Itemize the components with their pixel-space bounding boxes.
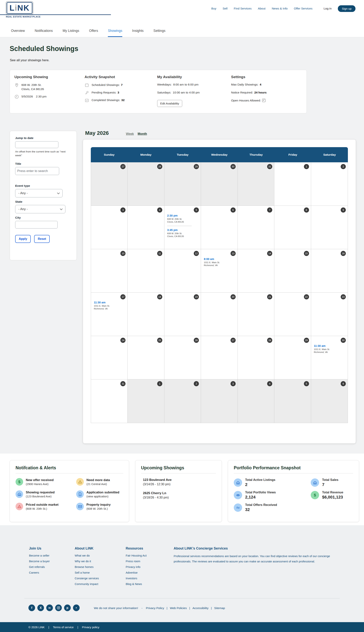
footer-link[interactable]: Investors [126,577,146,580]
calendar-cell[interactable]: 22 [274,292,311,336]
calendar-event[interactable]: 2:30 pm608 W. 20th St.Clovis, CA 89135 [164,214,201,223]
footer-link[interactable]: Blog & News [126,582,146,586]
calendar-cell[interactable]: 52:30 pm608 W. 20th St.Clovis, CA 891353… [164,206,201,249]
footer-link[interactable]: Fair Housing Act [126,554,146,557]
calendar-cell[interactable]: 10 [91,249,128,292]
calendar-cell[interactable]: 2 [164,380,201,423]
calendar-cell[interactable]: 8 [274,206,311,249]
calendar-cell[interactable]: 24 [91,336,128,380]
calendar-cell[interactable]: 9 [311,206,348,249]
footer-policy-link[interactable]: Privacy Policy [146,606,164,610]
alert-item[interactable]: Need more data(21 Central Ave) [76,478,123,486]
calendar-event[interactable]: 3:45 pm608 W. 20th St.Clovis, CA 89135 [164,228,201,238]
nav-link[interactable]: Offer Services [294,7,312,10]
footer-link[interactable]: Press room [126,560,146,563]
alert-item[interactable]: Showing requested(123 Boulevard Ave) [16,490,76,498]
calendar-cell[interactable]: 1 [128,380,164,423]
event-type-select[interactable]: - Any - [15,189,62,198]
nav-link[interactable]: About [258,7,266,10]
calendar-cell[interactable]: 27 [91,162,128,206]
x-icon[interactable]: X [37,604,44,611]
tab-settings[interactable]: Settings [153,29,165,37]
footer-link[interactable]: Consierge services [75,577,99,580]
calendar-cell[interactable]: 23 [311,292,348,336]
calendar-cell[interactable]: 4 [238,380,274,423]
tab-notifications[interactable]: Notifications [35,29,53,37]
signup-button[interactable]: Sign up [338,5,356,12]
alert-item[interactable]: Application submitted(view application) [76,490,123,498]
alert-item[interactable]: $New offer received(2900 Hanes Ave) [16,478,76,486]
nav-link[interactable]: News & Info [272,7,288,10]
calendar-cell[interactable]: 6 [201,206,238,249]
calendar-cell[interactable]: 6 [311,380,348,423]
calendar-event[interactable]: 11:30 am1011 E. Main St.Richmond, VA [91,301,128,310]
tab-my-listings[interactable]: My Listings [62,29,79,37]
youtube-icon[interactable] [73,604,80,611]
calendar-cell[interactable]: 27 [201,336,238,380]
calendar-cell[interactable]: 14 [238,249,274,292]
calendar-cell[interactable]: 19 [164,292,201,336]
upcoming-showing-item[interactable]: 123 Boulevard Ave(3/14/26 - 12:30 pm) [143,478,216,486]
footer-link[interactable]: Browse homes [75,565,99,568]
privacy-policy-link[interactable]: Privacy policy [82,626,99,629]
footer-link[interactable]: Become a buyer [29,560,50,563]
calendar-cell[interactable]: 3 [201,380,238,423]
calendar-cell[interactable]: 1 [274,162,311,206]
calendar-cell[interactable]: 3011:30 am1011 E. Main St.Richmond, VA [311,336,348,380]
instagram-icon[interactable] [55,604,62,611]
calendar-cell[interactable]: 15 [274,249,311,292]
state-select[interactable]: - Any - [15,205,66,213]
tab-overview[interactable]: Overview [11,29,25,37]
pinterest-icon[interactable]: p [64,604,71,611]
reset-button[interactable]: Reset [34,235,50,243]
calendar-cell[interactable]: 21 [238,292,274,336]
calendar-cell[interactable]: 31 [91,380,128,423]
footer-link[interactable]: Privacy info [126,565,146,568]
calendar-cell[interactable]: 29 [274,336,311,380]
footer-link[interactable]: Community impact [75,582,99,586]
calendar-cell[interactable]: 138:00 am1011 E. Main St.Richmond, VA [201,249,238,292]
edit-availability-button[interactable]: Edit Availability [157,100,182,107]
facebook-icon[interactable]: f [28,604,35,611]
calendar-cell[interactable]: 1711:30 am1011 E. Main St.Richmond, VA [91,292,128,336]
footer-link[interactable]: Why we do it [75,560,99,563]
footer-link[interactable]: Advertise [126,571,146,574]
tab-offers[interactable]: Offers [89,29,98,37]
tab-insights[interactable]: Insights [132,29,144,37]
calendar-cell[interactable]: 20 [201,292,238,336]
calendar-cell[interactable]: 26 [164,336,201,380]
calendar-cell[interactable]: 18 [128,292,164,336]
footer-link[interactable]: Sell a home [75,571,99,574]
calendar-cell[interactable]: 25 [128,336,164,380]
city-input[interactable] [15,221,58,228]
calendar-cell[interactable]: 28 [128,162,164,206]
footer-link[interactable]: Careers [29,571,50,574]
nav-link[interactable]: Sell [222,7,228,10]
footer-policy-link[interactable]: Sitemap [208,606,225,610]
alert-item[interactable]: Priced outside market(608 W. 20th St.) [16,503,76,510]
login-link[interactable]: Log in [324,7,332,10]
calendar-event[interactable]: 11:30 am1011 E. Main St.Richmond, VA [311,344,348,354]
open-houses-checkbox-icon[interactable] [262,99,266,102]
calendar-cell[interactable]: 5 [274,380,311,423]
calendar-cell[interactable]: 12 [164,249,201,292]
calendar-cell[interactable]: 30 [201,162,238,206]
calendar-event[interactable]: 8:00 am1011 E. Main St.Richmond, VA [201,258,237,267]
calendar-cell[interactable]: 16 [311,249,348,292]
upcoming-showing-item[interactable]: 2625 Cherry Ln(3/18/26 - 4:30 pm) [143,491,216,499]
title-search-input[interactable] [15,167,59,175]
footer-policy-link[interactable]: Accessibility [187,606,208,610]
nav-link[interactable]: Buy [211,7,216,10]
jump-to-date-input[interactable] [15,141,58,148]
calendar-cell[interactable]: 3 [91,206,128,249]
tab-showings[interactable]: Showings [108,29,122,37]
footer-link[interactable]: What we do [75,554,99,557]
calendar-cell[interactable]: 29 [164,162,201,206]
linkedin-icon[interactable]: in [46,604,53,611]
calendar-cell[interactable]: 31 [238,162,274,206]
calendar-cell[interactable]: 11 [128,249,164,292]
calendar-cell[interactable]: 28 [238,336,274,380]
calendar-cell[interactable]: 7 [238,206,274,249]
footer-policy-link[interactable]: Web Policies [164,606,187,610]
week-view-link[interactable]: Week [126,132,134,136]
